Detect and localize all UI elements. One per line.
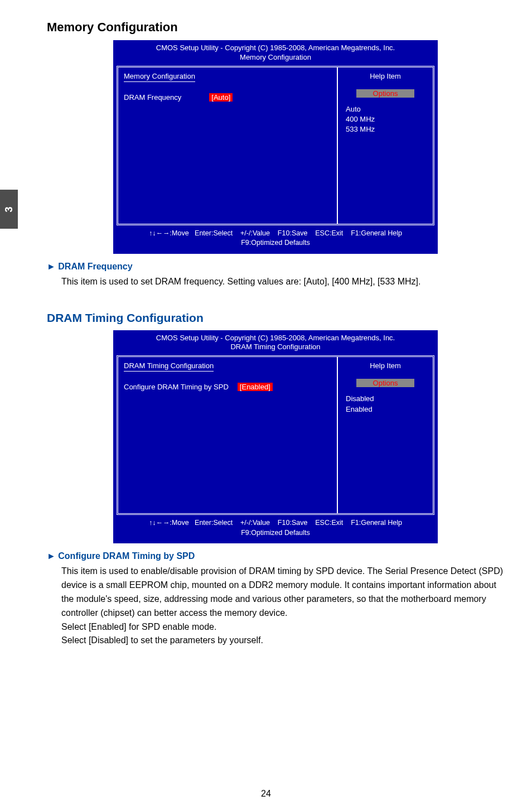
bios-help-label: Help Item: [344, 72, 427, 80]
chapter-number: 3: [3, 206, 14, 212]
bios-keymap: ↑↓←→:Move Enter:Select +/-/:Value F10:Sa…: [113, 515, 438, 543]
bios-options-label: Options: [356, 89, 415, 98]
section-title-dram-timing: DRAM Timing Configuration: [47, 311, 504, 325]
bios-header: CMOS Setup Utility - Copyright (C) 1985-…: [113, 40, 438, 66]
item-heading-spd: ► Configure DRAM Timing by SPD: [47, 551, 504, 561]
bios-setting-value: [Enabled]: [238, 383, 273, 391]
section-title-memory: Memory Configuration: [47, 20, 504, 35]
bios-setting-row[interactable]: DRAM Frequency [Auto]: [124, 93, 331, 102]
bios-panel-title: DRAM Timing Configuration: [124, 361, 214, 372]
bios-copyright: CMOS Setup Utility - Copyright (C) 1985-…: [113, 334, 438, 343]
item-heading-dram-freq: ► DRAM Frequency: [47, 262, 504, 272]
bios-screen-name: Memory Configuration: [113, 53, 438, 62]
page-number: 24: [0, 789, 532, 799]
bios-keymap-line1: ↑↓←→:Move Enter:Select +/-/:Value F10:Sa…: [119, 229, 432, 239]
bios-setting-label: DRAM Frequency: [124, 93, 181, 102]
bios-help-label: Help Item: [344, 361, 427, 370]
bios-setting-value: [Auto]: [209, 93, 233, 102]
bios-options-list: Disabled Enabled: [344, 394, 427, 414]
bios-copyright: CMOS Setup Utility - Copyright (C) 1985-…: [113, 44, 438, 53]
bios-screenshot-dram-timing: CMOS Setup Utility - Copyright (C) 1985-…: [113, 330, 438, 544]
bios-option: 533 MHz: [346, 124, 427, 134]
item-body-spd-p1: This item is used to enable/disable prov…: [61, 565, 504, 620]
item-body-dram-freq: This item is used to set DRAM frequency.…: [61, 275, 504, 289]
bios-options-label: Options: [356, 379, 415, 387]
chapter-tab: 3: [0, 190, 18, 229]
item-body-spd: This item is used to enable/disable prov…: [61, 565, 504, 648]
bios-options-list: Auto 400 MHz 533 MHz: [344, 104, 427, 135]
bios-setting-row[interactable]: Configure DRAM Timing by SPD [Enabled]: [124, 383, 331, 391]
bios-setting-label: Configure DRAM Timing by SPD: [124, 383, 229, 391]
item-body-spd-p2: Select [Enabled] for SPD enable mode.: [61, 620, 504, 634]
bios-option: 400 MHz: [346, 114, 427, 124]
bios-header: CMOS Setup Utility - Copyright (C) 1985-…: [113, 330, 438, 356]
bios-keymap-line1: ↑↓←→:Move Enter:Select +/-/:Value F10:Sa…: [119, 518, 432, 528]
bios-keymap: ↑↓←→:Move Enter:Select +/-/:Value F10:Sa…: [113, 225, 438, 254]
item-body-spd-p3: Select [Disabled] to set the parameters …: [61, 634, 504, 648]
bios-keymap-line2: F9:Optimized Defaults: [119, 528, 432, 538]
bios-option: Auto: [346, 104, 427, 114]
bios-keymap-line2: F9:Optimized Defaults: [119, 238, 432, 248]
bios-option: Enabled: [346, 404, 427, 414]
bios-screen-name: DRAM Timing Configuration: [113, 343, 438, 352]
bios-panel-title: Memory Configuration: [124, 72, 195, 82]
bios-option: Disabled: [346, 394, 427, 404]
bios-screenshot-memory: CMOS Setup Utility - Copyright (C) 1985-…: [113, 40, 438, 254]
